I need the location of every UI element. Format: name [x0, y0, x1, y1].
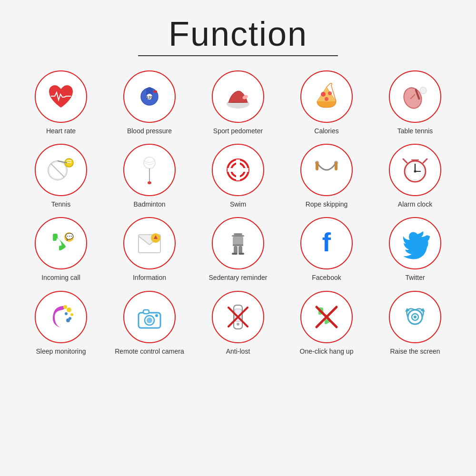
svg-text:💬: 💬 — [65, 233, 74, 241]
calories-icon — [300, 70, 353, 123]
svg-text:120: 120 — [146, 95, 153, 99]
twitter-label: Twitter — [405, 273, 425, 282]
badminton-icon — [123, 144, 176, 196]
blood-pressure-icon: 120 — [123, 70, 176, 123]
one-click-hang-up-label: One-click hang up — [300, 347, 354, 356]
svg-point-55 — [70, 313, 73, 316]
svg-rect-48 — [234, 246, 238, 254]
feature-table-tennis: Table tennis — [373, 70, 457, 135]
rope-skipping-icon — [300, 144, 353, 196]
svg-point-56 — [65, 312, 68, 315]
feature-sport-pedometer: Sport pedometer — [196, 70, 280, 135]
svg-point-8 — [328, 91, 332, 95]
svg-point-7 — [321, 92, 326, 97]
svg-text:f: f — [322, 228, 331, 257]
raise-the-screen-label: Raise the screen — [390, 347, 440, 356]
sleep-monitoring-label: Sleep monitoring — [36, 347, 86, 356]
svg-point-61 — [147, 317, 152, 323]
remote-control-camera-icon — [123, 291, 176, 343]
incoming-call-icon: 💬 — [35, 217, 87, 269]
feature-remote-control-camera: Remote control camera — [108, 291, 191, 356]
feature-sleep-monitoring: Sleep monitoring — [19, 291, 103, 356]
svg-rect-49 — [238, 246, 242, 254]
feature-tennis: Tennis — [19, 144, 103, 208]
svg-point-58 — [66, 318, 70, 322]
header-divider — [138, 55, 338, 56]
svg-rect-47 — [233, 244, 243, 246]
heart-rate-icon — [35, 70, 87, 123]
sport-pedometer-label: Sport pedometer — [213, 127, 263, 135]
svg-rect-45 — [232, 235, 244, 237]
svg-rect-44 — [234, 233, 242, 235]
tennis-icon — [35, 144, 87, 196]
blood-pressure-label: Blood pressure — [127, 127, 172, 135]
feature-incoming-call: 💬 Incoming call — [19, 217, 103, 282]
feature-information: Information — [108, 217, 191, 282]
anti-lost-icon — [212, 291, 264, 343]
heart-rate-label: Heart rate — [46, 127, 76, 135]
svg-rect-30 — [316, 162, 318, 170]
svg-point-53 — [67, 307, 71, 312]
svg-rect-50 — [232, 253, 238, 255]
tennis-label: Tennis — [51, 200, 70, 208]
svg-rect-46 — [233, 237, 243, 245]
svg-line-37 — [403, 159, 407, 163]
feature-alarm-clock: Alarm clock — [373, 144, 457, 208]
rope-skipping-label: Rope skipping — [306, 200, 348, 208]
svg-line-38 — [423, 159, 427, 163]
remote-control-camera-label: Remote control camera — [115, 347, 184, 356]
calories-label: Calories — [314, 127, 338, 135]
anti-lost-label: Anti-lost — [226, 347, 250, 356]
feature-raise-the-screen: Raise the screen — [373, 291, 457, 356]
feature-swim: Swim — [196, 144, 280, 208]
sleep-monitoring-icon — [35, 291, 87, 343]
svg-line-16 — [51, 164, 64, 177]
twitter-icon — [389, 217, 441, 269]
swim-label: Swim — [230, 200, 246, 208]
svg-point-54 — [63, 305, 67, 309]
raise-the-screen-icon — [389, 291, 441, 343]
sport-pedometer-icon — [212, 70, 264, 123]
features-grid: Heart rate 120 Blood pressure Sport pedo… — [19, 70, 457, 356]
svg-point-72 — [414, 316, 416, 318]
feature-rope-skipping: Rope skipping — [285, 144, 368, 208]
swim-icon — [212, 144, 264, 196]
table-tennis-label: Table tennis — [397, 127, 433, 135]
feature-anti-lost: Anti-lost — [196, 291, 280, 356]
feature-sedentary-reminder: Sedentary reminder — [196, 217, 280, 282]
svg-point-21 — [148, 181, 151, 184]
information-icon — [123, 217, 176, 269]
svg-rect-27 — [238, 168, 248, 172]
svg-point-9 — [325, 97, 328, 101]
one-click-hang-up-icon — [300, 291, 353, 343]
facebook-label: Facebook — [312, 273, 341, 282]
badminton-label: Badminton — [134, 200, 166, 208]
svg-rect-51 — [238, 253, 244, 255]
table-tennis-icon — [389, 70, 441, 123]
page-header: Function — [138, 14, 338, 66]
page-container: Function Heart rate 120 Blood pressure S… — [0, 0, 476, 476]
feature-heart-rate: Heart rate — [19, 70, 103, 135]
feature-twitter: Twitter — [373, 217, 457, 282]
feature-facebook: f Facebook — [285, 217, 368, 282]
svg-point-66 — [237, 323, 239, 326]
feature-blood-pressure: 120 Blood pressure — [108, 70, 191, 135]
feature-badminton: Badminton — [108, 144, 191, 208]
alarm-clock-label: Alarm clock — [398, 200, 432, 208]
sedentary-reminder-label: Sedentary reminder — [209, 273, 268, 282]
alarm-clock-icon — [389, 144, 441, 196]
svg-point-63 — [155, 314, 158, 317]
information-label: Information — [133, 273, 166, 282]
svg-rect-2 — [153, 90, 157, 93]
feature-calories: Calories — [285, 70, 368, 135]
sedentary-reminder-icon — [212, 217, 264, 269]
svg-point-12 — [420, 87, 426, 94]
page-title: Function — [138, 14, 338, 53]
svg-point-36 — [414, 170, 416, 173]
facebook-icon: f — [300, 217, 353, 269]
feature-one-click-hang-up: One-click hang up — [285, 291, 368, 356]
svg-rect-31 — [335, 162, 337, 170]
svg-rect-62 — [143, 310, 149, 314]
incoming-call-label: Incoming call — [41, 273, 80, 282]
